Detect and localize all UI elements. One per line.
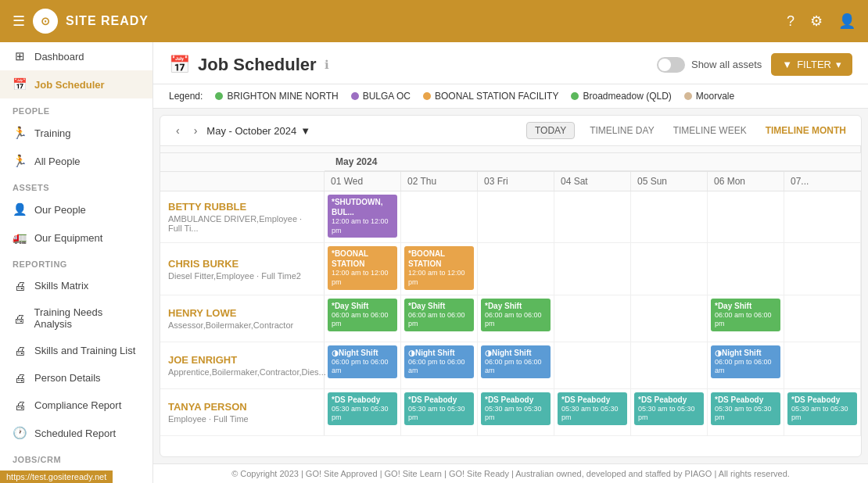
event-tanya-ds-02[interactable]: *DS Peabody 05:30 am to 05:30 pm bbox=[404, 392, 474, 425]
col-header-06: 06 Mon bbox=[708, 172, 784, 191]
legend-bulga: BULGA OC bbox=[351, 91, 411, 102]
sidebar-item-training-needs[interactable]: 🖨 Training Needs Analysis bbox=[0, 299, 152, 337]
sidebar-label-our-people: Our People bbox=[34, 204, 86, 216]
cal-view-buttons: TODAY TIMELINE DAY TIMELINE WEEK TIMELIN… bbox=[526, 122, 850, 139]
event-tanya-ds-04[interactable]: *DS Peabody 05:30 am to 05:30 pm bbox=[558, 392, 627, 425]
event-joe-night-03[interactable]: ◑Night Shift 06:00 pm to 06:00 am bbox=[481, 345, 551, 378]
day-cell-betty-05 bbox=[631, 191, 708, 242]
hamburger-menu[interactable]: ☰ bbox=[13, 13, 25, 30]
sidebar-item-dashboard[interactable]: ⊞ Dashboard bbox=[0, 42, 152, 70]
section-reporting: Reporting bbox=[0, 252, 152, 272]
logo-area: ☰ ⊙ SITE READY bbox=[13, 9, 149, 34]
view-timeline-week[interactable]: TIMELINE WEEK bbox=[669, 123, 751, 138]
event-henry-day-01[interactable]: *Day Shift 06:00 am to 06:00 pm bbox=[328, 299, 397, 331]
day-cell-henry-02: *Day Shift 06:00 am to 06:00 pm bbox=[401, 295, 478, 342]
person-name-henry: HENRY LOWE bbox=[168, 307, 316, 319]
main-content: 📅 Job Scheduler ℹ Show all assets ▼ FILT… bbox=[153, 42, 868, 483]
day-cell-betty-03 bbox=[478, 191, 554, 242]
person-sub-betty: AMBULANCE DRIVER,Employee · Full Ti... bbox=[168, 214, 316, 233]
date-range[interactable]: May - October 2024 ▼ bbox=[206, 125, 310, 137]
info-icon[interactable]: ℹ bbox=[325, 58, 329, 72]
view-timeline-day[interactable]: TIMELINE DAY bbox=[586, 123, 658, 138]
next-nav-button[interactable]: › bbox=[189, 123, 203, 138]
person-cell-joe: JOE ENRIGHT Apprentice,Boilermaker,Contr… bbox=[160, 342, 325, 388]
day-cell-chris-07 bbox=[784, 243, 861, 294]
our-equipment-icon: 🚛 bbox=[13, 231, 27, 245]
settings-icon[interactable]: ⚙ bbox=[810, 13, 823, 30]
event-henry-day-02[interactable]: *Day Shift 06:00 am to 06:00 pm bbox=[404, 299, 474, 331]
legend-label-broadmeadow: Broadmeadow (QLD) bbox=[583, 91, 671, 102]
sidebar-item-skills-matrix[interactable]: 🖨 Skills Matrix bbox=[0, 272, 152, 299]
day-cell-joe-01: ◑Night Shift 06:00 pm to 06:00 am bbox=[325, 342, 401, 388]
day-cell-joe-03: ◑Night Shift 06:00 pm to 06:00 am bbox=[478, 342, 554, 388]
sidebar-item-job-scheduler[interactable]: 📅 Job Scheduler bbox=[0, 70, 152, 98]
event-henry-day-06[interactable]: *Day Shift 06:00 am to 06:00 pm bbox=[711, 299, 780, 331]
sidebar-item-scheduled[interactable]: 🕐 Scheduled Report bbox=[0, 419, 152, 447]
prev-nav-button[interactable]: ‹ bbox=[171, 123, 185, 138]
day-cell-betty-07 bbox=[784, 191, 861, 242]
event-joe-night-01[interactable]: ◑Night Shift 06:00 pm to 06:00 am bbox=[328, 345, 397, 378]
sidebar: ⊞ Dashboard 📅 Job Scheduler People 🏃 Tra… bbox=[0, 42, 153, 483]
page-title: Job Scheduler bbox=[198, 55, 317, 75]
date-range-text: May - October 2024 bbox=[206, 125, 296, 137]
header-actions: Show all assets ▼ FILTER ▾ bbox=[657, 53, 852, 76]
sidebar-item-all-people[interactable]: 🏃 All People bbox=[0, 147, 152, 175]
status-url: https://test.gositeready.net bbox=[6, 472, 106, 481]
section-jobs: Jobs/CRM bbox=[0, 447, 152, 467]
sidebar-item-our-equipment[interactable]: 🚛 Our Equipment bbox=[0, 224, 152, 252]
user-icon[interactable]: 👤 bbox=[838, 13, 855, 30]
sidebar-label-compliance: Compliance Report bbox=[34, 399, 121, 411]
help-icon[interactable]: ? bbox=[787, 13, 794, 30]
legend-dot-bulga bbox=[351, 92, 359, 100]
event-chris-boonal-1[interactable]: *BOONAL STATION 12:00 am to 12:00 pm bbox=[328, 246, 397, 289]
event-tanya-ds-03[interactable]: *DS Peabody 05:30 am to 05:30 pm bbox=[481, 392, 551, 425]
table-row: JOE ENRIGHT Apprentice,Boilermaker,Contr… bbox=[160, 342, 861, 389]
day-cell-chris-02: *BOONAL STATION 12:00 am to 12:00 pm bbox=[401, 243, 478, 294]
person-cell-henry: HENRY LOWE Assessor,Boilermaker,Contract… bbox=[160, 295, 325, 342]
sidebar-item-our-people[interactable]: 👤 Our People bbox=[0, 195, 152, 224]
person-name-joe: JOE ENRIGHT bbox=[168, 354, 316, 366]
event-chris-boonal-2[interactable]: *BOONAL STATION 12:00 am to 12:00 pm bbox=[404, 246, 474, 289]
person-name-betty: BETTY RUBBLE bbox=[168, 201, 316, 213]
skills-matrix-icon: 🖨 bbox=[13, 279, 27, 292]
sidebar-item-skills-training[interactable]: 🖨 Skills and Training List bbox=[0, 337, 152, 364]
table-row: CHRIS BURKE Diesel Fitter,Employee · Ful… bbox=[160, 243, 861, 295]
sidebar-item-person-details[interactable]: 🖨 Person Details bbox=[0, 364, 152, 392]
day-cell-chris-01: *BOONAL STATION 12:00 am to 12:00 pm bbox=[325, 243, 401, 294]
training-needs-icon: 🖨 bbox=[13, 312, 27, 325]
today-button[interactable]: TODAY bbox=[526, 122, 575, 139]
person-details-icon: 🖨 bbox=[13, 371, 27, 385]
top-header: ☰ ⊙ SITE READY ? ⚙ 👤 bbox=[0, 0, 868, 42]
sidebar-item-compliance[interactable]: 🖨 Compliance Report bbox=[0, 392, 152, 419]
cal-col-headers: 01 Wed 02 Thu 03 Fri 04 Sat 05 Sun 06 Mo… bbox=[160, 172, 861, 191]
legend-dot-boonal bbox=[423, 92, 431, 100]
event-joe-night-06[interactable]: ◑Night Shift 06:00 pm to 06:00 am bbox=[711, 345, 780, 378]
event-tanya-ds-01[interactable]: *DS Peabody 05:30 am to 05:30 pm bbox=[328, 392, 397, 425]
person-cell-betty: BETTY RUBBLE AMBULANCE DRIVER,Employee ·… bbox=[160, 191, 325, 242]
event-tanya-ds-07[interactable]: *DS Peabody 05:30 am to 05:30 pm bbox=[787, 392, 857, 425]
event-tanya-ds-05[interactable]: *DS Peabody 05:30 am to 05:30 pm bbox=[634, 392, 704, 425]
filter-button[interactable]: ▼ FILTER ▾ bbox=[771, 53, 852, 76]
footer-text: © Copyright 2023 | GO! Site Approved | G… bbox=[231, 469, 790, 478]
event-betty-shutdown[interactable]: *SHUTDOWN, BUL... 12:00 am to 12:00 pm bbox=[328, 195, 397, 238]
legend-label-bulga: BULGA OC bbox=[363, 91, 411, 102]
footer: © Copyright 2023 | GO! Site Approved | G… bbox=[153, 463, 868, 483]
day-cell-joe-05 bbox=[631, 342, 708, 388]
event-tanya-ds-06[interactable]: *DS Peabody 05:30 am to 05:30 pm bbox=[711, 392, 780, 425]
sidebar-item-training[interactable]: 🏃 Training bbox=[0, 119, 152, 147]
day-cell-chris-05 bbox=[631, 243, 708, 294]
day-cell-tanya-07: *DS Peabody 05:30 am to 05:30 pm bbox=[784, 389, 861, 435]
our-people-icon: 👤 bbox=[13, 202, 27, 216]
view-timeline-month[interactable]: TIMELINE MONTH bbox=[762, 123, 850, 138]
day-cell-tanya-01: *DS Peabody 05:30 am to 05:30 pm bbox=[325, 389, 401, 435]
sidebar-label-training: Training bbox=[34, 127, 70, 139]
filter-icon: ▼ bbox=[782, 59, 792, 70]
show-assets-switch[interactable] bbox=[657, 57, 685, 73]
legend-bar: Legend: BRIGHTON MINE NORTH BULGA OC BOO… bbox=[153, 84, 868, 109]
legend-dot-moorvale bbox=[684, 92, 692, 100]
event-joe-night-02[interactable]: ◑Night Shift 06:00 pm to 06:00 am bbox=[404, 345, 474, 378]
event-henry-day-03[interactable]: *Day Shift 06:00 am to 06:00 pm bbox=[481, 299, 551, 331]
show-assets-toggle: Show all assets bbox=[657, 57, 762, 73]
day-cell-betty-04 bbox=[554, 191, 631, 242]
show-assets-label: Show all assets bbox=[691, 59, 762, 70]
